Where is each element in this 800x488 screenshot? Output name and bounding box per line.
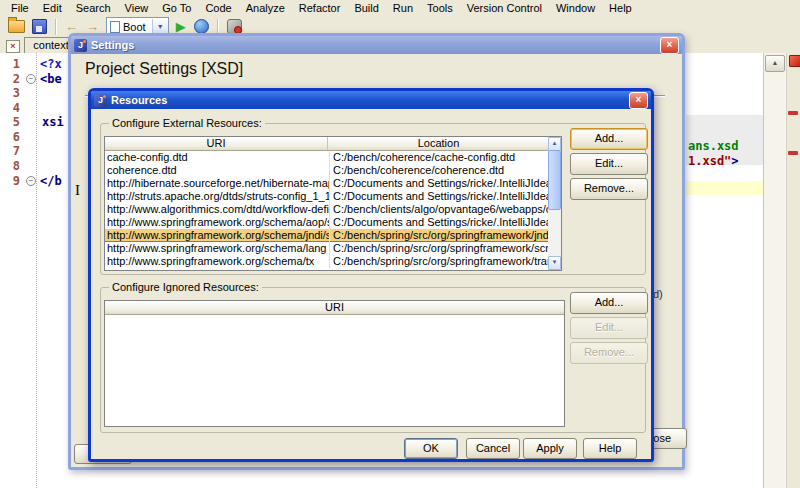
column-header-location[interactable]: Location xyxy=(328,137,549,150)
table-row[interactable]: cache-config.dtdC:/bench/coherence/cache… xyxy=(105,151,549,164)
save-all-icon[interactable] xyxy=(32,19,47,34)
code-tag-close: > xyxy=(731,154,738,168)
menu-window[interactable]: Window xyxy=(549,1,602,15)
location-cell: C:/bench/coherence/cache-config.dtd xyxy=(330,151,549,164)
resources-title: Resources xyxy=(111,94,167,106)
uri-cell: http://www.springframework.org/schema/tx xyxy=(105,255,330,268)
page-title: Project Settings [XSD] xyxy=(85,60,243,78)
table-row[interactable]: http://hibernate.sourceforge.net/hiberna… xyxy=(105,177,549,190)
uri-cell: http://www.algorithmics.com/dtd/workflow… xyxy=(105,203,330,216)
code-fragment: 1.xsd"> xyxy=(688,154,739,168)
uri-cell: cache-config.dtd xyxy=(105,151,330,164)
line-number: 4 xyxy=(0,101,20,115)
error-stripe-mark[interactable] xyxy=(788,151,798,155)
menu-refactor[interactable]: Refactor xyxy=(292,1,348,15)
ignored-edit-button[interactable]: Edit... xyxy=(570,317,648,339)
table-row[interactable]: coherence.dtdC:/bench/coherence/coherenc… xyxy=(105,164,549,177)
ignored-resources-table[interactable]: URI xyxy=(104,300,565,427)
scrollbar-thumb[interactable] xyxy=(548,150,561,210)
table-header: URI Location xyxy=(105,137,549,151)
table-row[interactable]: http://www.algorithmics.com/dtd/workflow… xyxy=(105,203,549,216)
line-number: 7 xyxy=(0,144,20,158)
line-number: 3 xyxy=(0,86,20,100)
menu-analyze[interactable]: Analyze xyxy=(239,1,292,15)
table-row-selected[interactable]: http://www.springframework.org/schema/jn… xyxy=(105,229,549,242)
error-stripe-mark[interactable] xyxy=(788,111,798,115)
menu-view[interactable]: View xyxy=(118,1,156,15)
code-fragment: xsi xyxy=(42,115,64,129)
resources-title-bar[interactable]: J Resources × xyxy=(91,91,651,109)
ignored-add-button[interactable]: Add... xyxy=(570,292,648,314)
settings-title-bar[interactable]: J Settings × xyxy=(71,36,682,54)
ant-build-icon[interactable] xyxy=(227,19,242,34)
editor-scrollbar[interactable] xyxy=(763,53,787,488)
scroll-up-icon[interactable]: ▲ xyxy=(765,55,785,72)
menu-search[interactable]: Search xyxy=(69,1,118,15)
location-cell: C:/bench/spring/src/org/springframework/… xyxy=(330,242,549,255)
occluded-text-fragment: d) xyxy=(653,288,663,300)
line-number: 6 xyxy=(0,130,20,144)
menu-edit[interactable]: Edit xyxy=(36,1,69,15)
scroll-up-icon[interactable]: ▲ xyxy=(548,137,561,151)
ignored-remove-button[interactable]: Remove... xyxy=(570,342,648,364)
menu-code[interactable]: Code xyxy=(198,1,238,15)
location-cell: C:/Documents and Settings/ricke/.Intelli… xyxy=(330,177,549,190)
location-cell: C:/bench/coherence/coherence.dtd xyxy=(330,164,549,177)
scroll-down-icon[interactable]: ▼ xyxy=(548,256,561,270)
uri-cell: http://www.springframework.org/schema/jn… xyxy=(105,229,330,242)
uri-cell: http://www.springframework.org/schema/ao… xyxy=(105,216,330,229)
cancel-button[interactable]: Cancel xyxy=(466,438,520,459)
line-number: 2 xyxy=(0,72,20,86)
location-cell: C:/Documents and Settings/ricke/.Intelli… xyxy=(330,190,549,203)
open-file-icon[interactable] xyxy=(8,20,25,33)
column-header-uri[interactable]: URI xyxy=(105,301,564,314)
ignored-resources-label: Configure Ignored Resources: xyxy=(109,281,262,293)
location-cell: C:/bench/spring/src/org/springframework/… xyxy=(330,229,549,242)
menu-run[interactable]: Run xyxy=(386,1,420,15)
help-button[interactable]: Help xyxy=(583,438,637,459)
uri-cell: http://www.springframework.org/schema/la… xyxy=(105,242,330,255)
debug-icon[interactable] xyxy=(194,19,209,34)
uri-cell: http://struts.apache.org/dtds/struts-con… xyxy=(105,190,330,203)
menu-build[interactable]: Build xyxy=(347,1,385,15)
line-number: 5 xyxy=(0,115,20,129)
table-scrollbar[interactable]: ▲ ▼ xyxy=(548,136,562,271)
toolbar-separator xyxy=(55,19,57,35)
code-fragment: <?x xyxy=(40,57,62,71)
table-header: URI xyxy=(105,301,564,315)
column-header-uri[interactable]: URI xyxy=(105,137,328,150)
menu-bar: File Edit Search View Go To Code Analyze… xyxy=(0,0,800,16)
run-config-icon xyxy=(110,21,120,33)
run-icon[interactable]: ▶ xyxy=(176,19,186,34)
table-row[interactable]: http://www.springframework.org/schema/tx… xyxy=(105,255,549,268)
fold-marker-icon[interactable]: − xyxy=(26,74,36,84)
run-config-value: Boot xyxy=(123,21,152,33)
table-row[interactable]: http://www.springframework.org/schema/la… xyxy=(105,242,549,255)
external-resources-table[interactable]: URI Location cache-config.dtdC:/bench/co… xyxy=(104,136,550,271)
uri-cell: coherence.dtd xyxy=(105,164,330,177)
close-icon[interactable]: × xyxy=(6,40,20,53)
apply-button[interactable]: Apply xyxy=(523,438,577,459)
editor-current-line-highlight xyxy=(686,181,763,195)
settings-title: Settings xyxy=(91,39,134,51)
code-fragment: <be xyxy=(40,72,62,86)
external-edit-button[interactable]: Edit... xyxy=(570,153,648,175)
external-add-button[interactable]: Add... xyxy=(570,128,648,150)
menu-goto[interactable]: Go To xyxy=(155,1,198,15)
external-remove-button[interactable]: Remove... xyxy=(570,178,648,200)
menu-version-control[interactable]: Version Control xyxy=(460,1,549,15)
close-icon[interactable]: × xyxy=(660,37,679,54)
chevron-down-icon[interactable]: ▼ xyxy=(152,19,168,34)
error-status-indicator[interactable] xyxy=(789,55,800,67)
location-cell: C:/bench/spring/src/org/springframework/… xyxy=(330,255,549,268)
close-icon[interactable]: × xyxy=(629,92,648,109)
intellij-logo-icon: J xyxy=(94,94,107,107)
fold-marker-icon[interactable]: − xyxy=(26,176,36,186)
ok-button[interactable]: OK xyxy=(404,438,458,459)
menu-tools[interactable]: Tools xyxy=(420,1,460,15)
menu-file[interactable]: File xyxy=(4,1,36,15)
table-row[interactable]: http://www.springframework.org/schema/ao… xyxy=(105,216,549,229)
menu-help[interactable]: Help xyxy=(602,1,639,15)
table-row[interactable]: http://struts.apache.org/dtds/struts-con… xyxy=(105,190,549,203)
line-number: 8 xyxy=(0,159,20,173)
